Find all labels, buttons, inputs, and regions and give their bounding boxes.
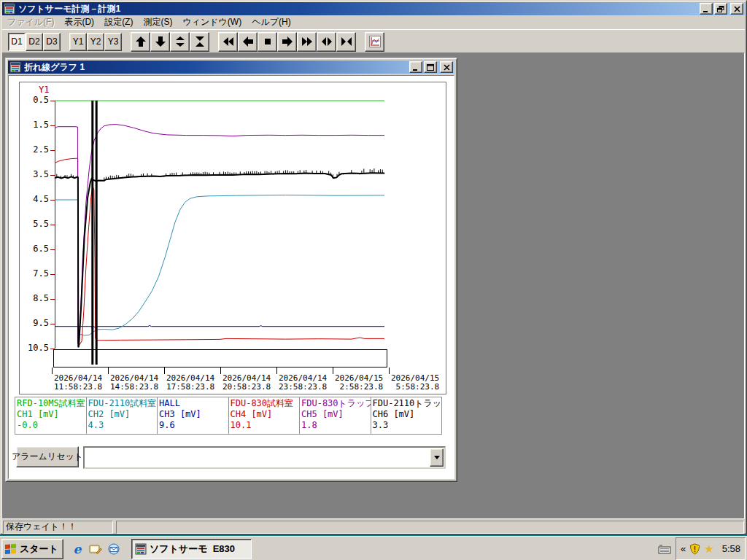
channel-name: HALL xyxy=(159,398,227,409)
toolbar-button-graph-view[interactable] xyxy=(365,32,384,52)
toolbar-button-compress-vertical[interactable] xyxy=(190,32,209,52)
status-bar: 保存ウェイト！！ xyxy=(2,518,745,534)
toolbar-button-rewind[interactable] xyxy=(218,32,238,52)
legend-cell: FDU-830トラップCH5 [mV]1.8 xyxy=(300,397,371,434)
tray-star-icon[interactable]: ★ xyxy=(704,542,713,556)
channel-label: CH6 [mV] xyxy=(373,409,441,420)
channel-value: -0.0 xyxy=(17,420,85,431)
series-ch5 xyxy=(55,125,384,345)
minimize-icon xyxy=(703,6,710,12)
channel-label: CH3 [mV] xyxy=(159,409,227,420)
menu-item-settings[interactable]: 設定(Z) xyxy=(99,15,138,30)
y-tick-label: 1.5 xyxy=(20,120,49,130)
stop-icon xyxy=(262,36,274,47)
toolbar-button-y3[interactable]: Y3 xyxy=(104,33,122,51)
y-tick-label: 7.5 xyxy=(20,269,49,279)
y-tick-label: 0.5 xyxy=(20,96,49,105)
close-button[interactable] xyxy=(730,3,743,15)
status-secondary-panel xyxy=(116,521,744,534)
menu-item-view[interactable]: 表示(D) xyxy=(59,15,99,30)
maximize-icon xyxy=(427,64,434,71)
task-button-label: ソフトサーモ E830 xyxy=(150,542,235,556)
channel-value: 9.6 xyxy=(159,420,227,431)
toolbar-button-d3[interactable]: D3 xyxy=(43,33,61,51)
arrow-left-icon xyxy=(242,36,254,47)
toolbar-button-scroll-down[interactable] xyxy=(150,32,170,52)
status-message: 保存ウェイト！！ xyxy=(6,521,77,533)
quick-launch: e xyxy=(69,541,124,557)
toolbar-button-fast-forward[interactable] xyxy=(297,32,317,52)
y-tick-label: 4.5 xyxy=(20,195,49,204)
y-tick-label: 3.5 xyxy=(20,170,49,179)
y-tick-label: 9.5 xyxy=(20,319,49,328)
channel-value: 4.3 xyxy=(88,420,156,431)
toolbar-button-y1[interactable]: Y1 xyxy=(69,33,87,51)
toolbar-button-expand-vertical[interactable] xyxy=(170,32,190,52)
desktop: ソフトサーモ計測－計測1 ファイル(F)表示(D)設定(Z)測定(S)ウィンドウ… xyxy=(0,0,747,560)
minimize-button[interactable] xyxy=(700,3,713,15)
task-button-softthermo[interactable]: ソフトサーモ E830 xyxy=(131,539,252,559)
ie-icon[interactable]: e xyxy=(69,541,85,557)
y-tick-label: 8.5 xyxy=(20,294,49,303)
x-tick-label: 2026/04/15 5:58:23.8 xyxy=(391,374,439,392)
tray-keyboard-icon[interactable] xyxy=(657,541,673,557)
alarm-reset-label: アラームリセット xyxy=(12,451,83,463)
restore-button[interactable] xyxy=(714,3,727,15)
alarm-combobox[interactable] xyxy=(83,446,446,469)
channel-label: CH2 [mV] xyxy=(88,409,156,420)
start-button[interactable]: スタート xyxy=(1,539,63,559)
graph-maximize-button[interactable] xyxy=(424,61,437,73)
chart-canvas: Y1 0.51.52.53.54.55.56.57.58.59.510.5 20… xyxy=(19,82,446,394)
toolbar-group xyxy=(218,32,356,52)
tray-chevron[interactable]: « xyxy=(681,543,686,554)
menu-item-help[interactable]: ヘルプ(H) xyxy=(247,15,296,30)
channel-value: 3.3 xyxy=(373,420,441,431)
channel-name: FDU-830トラップ xyxy=(301,398,369,409)
menu-item-measure[interactable]: 測定(S) xyxy=(138,15,177,30)
fast-forward-icon xyxy=(301,36,313,47)
alarm-reset-button[interactable]: アラームリセット xyxy=(16,446,79,467)
toolbar-group xyxy=(131,32,209,52)
toolbar-button-d1[interactable]: D1 xyxy=(8,33,26,51)
toolbar-group: D1D2D3 xyxy=(8,33,61,51)
tray-shield-icon[interactable] xyxy=(689,543,700,555)
graph-minimize-button[interactable] xyxy=(409,61,422,73)
toolbar-button-compress-horizontal[interactable] xyxy=(336,32,356,52)
chevron-down-icon xyxy=(434,456,440,459)
toolbar-button-stop[interactable] xyxy=(258,32,277,52)
y-tick-label: 10.5 xyxy=(20,343,49,353)
windows-logo-icon xyxy=(4,543,18,555)
channel-name: FDU-2110試料室 xyxy=(88,398,156,409)
x-tick-label: 2026/04/14 23:58:23.8 xyxy=(279,374,327,392)
combo-dropdown-button[interactable] xyxy=(430,448,444,467)
channel-name: RFD-10MS試料室 xyxy=(17,398,85,409)
main-title: ソフトサーモ計測－計測1 xyxy=(18,3,698,15)
toolbar-button-d2[interactable]: D2 xyxy=(26,33,43,51)
close-icon xyxy=(444,64,450,71)
mail-icon[interactable] xyxy=(106,541,122,557)
rewind-icon xyxy=(222,36,234,47)
show-desktop-icon[interactable] xyxy=(88,541,104,557)
channel-label: CH5 [mV] xyxy=(301,409,369,420)
menu-item-file[interactable]: ファイル(F) xyxy=(2,15,59,30)
tray-clock: 5:58 xyxy=(722,543,740,554)
toolbar-button-y2[interactable]: Y2 xyxy=(87,33,104,51)
legend-cell: FDU-2110試料室CH2 [mV]4.3 xyxy=(87,397,158,434)
toolbar-button-scroll-up[interactable] xyxy=(131,32,150,52)
x-tick-label: 2026/04/14 17:58:23.8 xyxy=(166,374,214,392)
y-axis-name: Y1 xyxy=(39,85,49,95)
compress-horizontal-icon xyxy=(341,36,352,47)
toolbar-button-step-right[interactable] xyxy=(277,32,297,52)
channel-name: FDU-830試料室 xyxy=(231,398,298,409)
x-tick-label: 2026/04/14 20:58:23.8 xyxy=(222,374,271,392)
arrow-right-icon xyxy=(282,36,293,47)
toolbar: D1D2D3Y1Y2Y3 xyxy=(2,29,745,53)
toolbar-button-step-left[interactable] xyxy=(238,32,258,52)
graph-close-button[interactable] xyxy=(440,61,453,73)
legend-table: RFD-10MS試料室CH1 [mV]-0.0FDU-2110試料室CH2 [m… xyxy=(15,397,442,435)
menu-item-window[interactable]: ウィンドウ(W) xyxy=(177,15,247,30)
toolbar-button-expand-horizontal[interactable] xyxy=(317,32,336,52)
toolbar-group xyxy=(365,32,384,52)
channel-label: CH4 [mV] xyxy=(231,409,298,420)
compress-vertical-icon xyxy=(194,36,206,47)
